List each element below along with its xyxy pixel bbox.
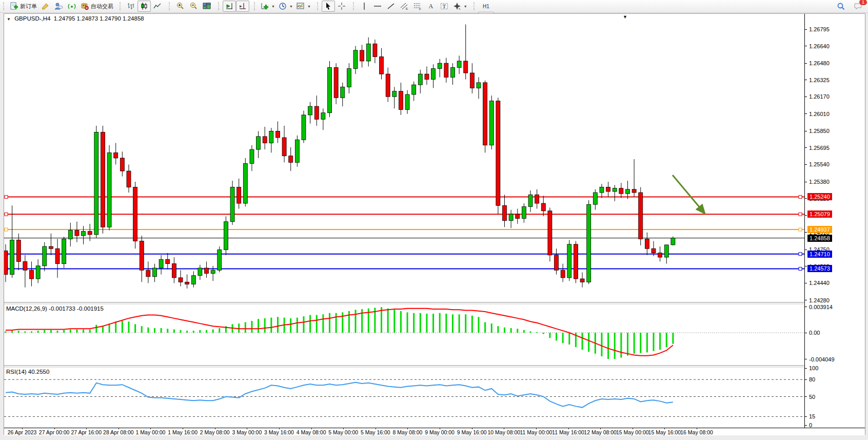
zoom-out-button[interactable] [187, 1, 200, 12]
new-order-icon [9, 2, 18, 11]
timeframe-label: H1 [481, 4, 491, 9]
horizontal-line-button[interactable] [371, 1, 384, 12]
candle-body [606, 187, 610, 192]
price-tag[interactable]: 1.25240 [807, 193, 832, 200]
cursor-button[interactable] [322, 1, 335, 12]
axis-tick-mark [805, 232, 807, 233]
line-handle[interactable] [799, 253, 802, 256]
svg-text:F: F [419, 8, 421, 11]
search-button[interactable] [834, 1, 847, 12]
time-tick-label: 5 May 00:00 [328, 429, 358, 435]
price-tick-label: 1.25540 [809, 161, 830, 167]
candle-body [600, 187, 604, 193]
auto-scroll-button[interactable] [223, 1, 236, 12]
text-label-button[interactable]: T [438, 1, 451, 12]
autotrading-button[interactable]: 自动交易 [78, 1, 115, 12]
crosshair-button[interactable] [335, 1, 348, 12]
vertical-line-button[interactable] [358, 1, 371, 12]
line-handle[interactable] [5, 195, 8, 198]
timeframe-button-h1[interactable]: H1 [478, 1, 494, 12]
time-tick-label: 11 May 16:00 [552, 429, 584, 435]
candle-body [49, 246, 53, 248]
price-tag[interactable]: 1.24858 [807, 235, 832, 242]
rsi-indicator-label: RSI(14) 40.2550 [6, 369, 49, 375]
periods-button[interactable]: ▼ [277, 1, 294, 12]
candle-body [516, 214, 520, 218]
bar-chart-button[interactable] [124, 1, 137, 12]
candle-body [230, 187, 234, 222]
arrows-button[interactable]: ▼ [451, 1, 469, 12]
notifications-button[interactable]: 1 [852, 1, 865, 12]
svg-text:T: T [442, 3, 446, 9]
periods-icon [278, 2, 287, 11]
line-handle[interactable] [799, 213, 802, 216]
candle-body [574, 244, 578, 279]
price-tag[interactable]: 1.24573 [807, 265, 832, 272]
candle-body [613, 188, 617, 192]
chart-ohlc-values: 1.24795 1.24873 1.24790 1.24858 [54, 15, 144, 22]
price-tick-label: 1.26010 [809, 111, 830, 117]
axis-tick-mark [805, 215, 807, 216]
chart-canvas [4, 14, 804, 428]
equidistant-channel-button[interactable]: E [398, 1, 411, 12]
price-tag[interactable]: 1.25079 [807, 211, 832, 218]
axis-tick-mark [805, 63, 807, 64]
axis-tick-mark [805, 368, 807, 369]
candle-body [625, 189, 629, 194]
toolbar-drag-handle [120, 2, 123, 10]
line-handle[interactable] [799, 228, 802, 231]
community-button[interactable] [52, 1, 65, 12]
chart-symbol-period: GBPUSD-,H4 [14, 15, 50, 22]
candlestick-chart-button[interactable] [137, 1, 151, 12]
candle-body [386, 74, 390, 97]
candle-body [275, 131, 280, 138]
signals-button[interactable] [65, 1, 78, 12]
line-handle[interactable] [799, 267, 802, 270]
candle-body [380, 57, 384, 74]
trendline-button[interactable] [384, 1, 398, 12]
candle-body [82, 232, 86, 236]
time-axis[interactable]: 26 Apr 202327 Apr 00:0027 Apr 16:0028 Ap… [4, 428, 865, 435]
highlighter-button[interactable] [38, 1, 52, 12]
axis-tick-mark [805, 307, 807, 307]
fibonacci-button[interactable]: F [411, 1, 424, 12]
tile-windows-button[interactable] [200, 1, 213, 12]
candle-body [263, 137, 267, 143]
line-handle[interactable] [799, 195, 802, 198]
indicators-button[interactable]: ▼ [259, 1, 277, 12]
text-button[interactable]: A [424, 1, 438, 12]
line-handle[interactable] [5, 228, 8, 231]
axis-tick-mark [805, 80, 807, 80]
price-tick-label: 1.26795 [809, 26, 830, 32]
candle-body [243, 163, 247, 203]
candle-body [619, 188, 623, 194]
cursor-icon [324, 2, 333, 11]
candle-body [412, 85, 416, 94]
candle-body [457, 61, 461, 68]
time-tick-label: 15 May 00:00 [616, 429, 649, 435]
candle-body [528, 195, 532, 206]
time-tick-label: 9 May 00:00 [425, 429, 455, 435]
zoom-in-button[interactable] [173, 1, 187, 12]
axis-tick-mark [805, 425, 807, 426]
fibonacci-icon: F [413, 2, 422, 11]
price-tag[interactable]: 1.24710 [807, 251, 832, 258]
templates-button[interactable]: ▼ [294, 1, 312, 12]
time-tick-label: 3 May 16:00 [264, 429, 294, 435]
new-order-button[interactable]: 新订单 [8, 1, 38, 12]
dropdown-caret-icon: ▼ [289, 5, 293, 8]
price-tag[interactable]: 1.24937 [807, 226, 832, 233]
line-handle[interactable] [5, 213, 8, 216]
price-tick-label: 1.25695 [809, 145, 830, 151]
candle-body [250, 149, 254, 163]
annotation-arrow[interactable] [673, 175, 705, 214]
axis-tick-mark [805, 379, 807, 380]
chart-plot-area[interactable]: MACD(12,26,9) -0.001733 -0.001915 RSI(14… [4, 14, 804, 428]
price-axis[interactable]: 1.267951.266401.264801.263251.261701.260… [804, 14, 865, 428]
axis-tick-mark [805, 29, 807, 30]
line-chart-button[interactable] [151, 1, 164, 12]
one-click-trading-arrow-icon[interactable]: ▼ [623, 14, 627, 20]
dropdown-caret-icon: ▼ [464, 5, 467, 8]
chart-collapse-icon[interactable]: ▼ [7, 17, 11, 22]
chart-shift-button[interactable] [236, 1, 249, 12]
